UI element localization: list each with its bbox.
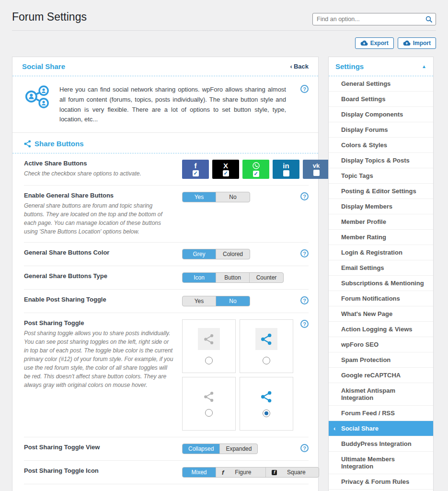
sidebar-item[interactable]: ‹ Board Settings	[329, 92, 433, 107]
sidebar-item[interactable]: ‹ Login & Registration	[329, 245, 433, 260]
sidebar-item[interactable]: ‹ Display Members	[329, 199, 433, 214]
share-icon-grey	[204, 334, 214, 345]
sidebar-item[interactable]: ‹ Display Topics & Posts	[329, 153, 433, 168]
toggle-option-button[interactable]: Button	[216, 273, 250, 282]
social-share-button[interactable]: f	[182, 160, 209, 179]
toggle-option-mixed[interactable]: Mixed	[183, 468, 216, 477]
header-divider	[12, 30, 436, 31]
facebook-square-icon: f	[272, 470, 277, 475]
help-icon[interactable]	[300, 249, 309, 257]
toggle-option-square[interactable]: fSquare	[266, 468, 319, 477]
social-buttons-group: f X	[182, 160, 330, 179]
search-input[interactable]	[317, 16, 425, 23]
social-activate-checkbox[interactable]	[193, 170, 199, 176]
import-button[interactable]: Import	[398, 37, 436, 49]
back-link[interactable]: ‹Back	[290, 63, 309, 70]
option-search-box[interactable]	[312, 13, 436, 25]
sidebar-item[interactable]: ‹ Social Share	[329, 421, 433, 436]
row-general-share-buttons-type: General Share Buttons Type Icon Button C…	[24, 266, 309, 290]
toggle-style-option-grey-plain[interactable]	[182, 377, 236, 431]
toggle-style-radio[interactable]	[205, 409, 213, 417]
social-share-button[interactable]: X	[212, 160, 239, 179]
row-post-sharing-toggle: Post Sharing Toggle Post sharing toggle …	[24, 313, 309, 437]
help-icon[interactable]	[300, 192, 309, 200]
content-area: Social Share ‹Back Here you can find soc…	[0, 49, 448, 491]
sidebar-item[interactable]: ‹ Colors & Styles	[329, 138, 433, 153]
toggle-option-collapsed[interactable]: Collapsed	[183, 444, 220, 454]
toggle-style-option-blue-boxed[interactable]	[240, 319, 293, 373]
toggle-option-counter[interactable]: Counter	[250, 273, 283, 282]
help-icon[interactable]	[300, 85, 309, 93]
sidebar-item[interactable]: ‹ Forum Feed / RSS	[329, 406, 433, 421]
social-share-button[interactable]: in	[273, 160, 299, 179]
social-activate-checkbox[interactable]	[283, 170, 289, 176]
social-activate-checkbox[interactable]	[223, 170, 229, 176]
toggle-option-icon[interactable]: Icon	[183, 273, 216, 282]
social-activate-checkbox[interactable]	[253, 171, 259, 177]
export-label: Export	[370, 40, 389, 47]
cloud-download-icon	[360, 40, 368, 46]
sidebar-item[interactable]: ‹ BuddyPress Integration	[329, 436, 433, 452]
toggle-option-no[interactable]: No	[216, 192, 250, 202]
help-icon[interactable]	[300, 296, 309, 304]
sidebar-item[interactable]: ‹ Subscriptions & Mentioning	[329, 276, 433, 291]
sidebar-item[interactable]: ‹ Member Rating	[329, 230, 433, 245]
social-logo-icon: X	[223, 162, 228, 169]
toggle-option-yes[interactable]: Yes	[183, 296, 216, 306]
social-activate-checkbox[interactable]	[313, 170, 320, 176]
chevron-left-icon: ‹	[290, 63, 292, 70]
row-post-sharing-toggle-icon: Post Sharing Toggle Icon Mixed fFigure f…	[24, 461, 309, 484]
toggle-option-no[interactable]: No	[216, 296, 250, 306]
row-description: Post sharing toggle allows you to share …	[24, 329, 173, 389]
export-import-row: Export Import	[0, 31, 448, 49]
toggle-option-figure[interactable]: fFigure	[216, 468, 266, 477]
social-logo-icon: in	[283, 162, 289, 169]
row-description: General share buttons are forum and topi…	[24, 201, 173, 236]
sidebar-header: Settings ▲	[329, 57, 433, 76]
row-title: Post Sharing Toggle View	[24, 444, 173, 451]
search-icon[interactable]	[425, 15, 433, 23]
help-icon[interactable]	[300, 320, 309, 328]
sidebar-item[interactable]: ‹ Posting & Editor Settings	[329, 184, 433, 199]
sidebar-item[interactable]: ‹ Email Settings	[329, 260, 433, 276]
sidebar-item[interactable]: ‹ Forum Notifications	[329, 291, 433, 306]
toggle-style-radio[interactable]	[263, 357, 270, 364]
sidebar-item[interactable]: ‹ Display Forums	[329, 122, 433, 138]
row-title: Enable General Share Buttons	[24, 192, 173, 199]
social-network-users-icon	[24, 85, 52, 125]
row-title: General Share Buttons Type	[24, 272, 173, 280]
settings-sidebar: Settings ▲ ‹ General Settings ‹ Board Se…	[328, 57, 434, 491]
toggle-option-yes[interactable]: Yes	[183, 192, 216, 202]
sidebar-item[interactable]: ‹ Akismet Antispam Integration	[329, 383, 433, 406]
toggle-style-radio[interactable]	[263, 409, 270, 417]
toggle-style-radio[interactable]	[205, 357, 213, 364]
toggle-style-option-blue-plain[interactable]	[240, 377, 293, 431]
toggle-style-grid	[182, 319, 293, 431]
sidebar-item[interactable]: ‹ Topic Tags	[329, 168, 433, 184]
toggle-option-colored[interactable]: Colored	[216, 249, 250, 259]
toggle-option-expanded[interactable]: Expanded	[220, 444, 257, 454]
intro-block: Here you can find social network sharing…	[12, 76, 318, 133]
sidebar-item[interactable]: ‹ What's New Page	[329, 306, 433, 322]
row-title: General Share Buttons Color	[24, 249, 173, 256]
sidebar-item[interactable]: ‹ Member Profile	[329, 214, 433, 230]
toggle-option-grey[interactable]: Grey	[183, 249, 216, 259]
buttons-type-toggle: Icon Button Counter	[182, 272, 284, 283]
sidebar-item[interactable]: ‹ Privacy & Forum Rules	[329, 474, 433, 490]
admin-header: Forum Settings	[0, 0, 448, 31]
sidebar-item[interactable]: ‹ Action Logging & Views	[329, 322, 433, 337]
sidebar-item[interactable]: ‹ General Settings	[329, 76, 433, 92]
social-share-button[interactable]	[242, 160, 269, 179]
export-button[interactable]: Export	[355, 37, 394, 49]
share-icon-blue	[261, 391, 272, 403]
sidebar-item[interactable]: ‹ wpForo SEO	[329, 337, 433, 352]
sidebar-item[interactable]: ‹ Spam Protection	[329, 352, 433, 368]
toggle-style-option-grey-boxed[interactable]	[182, 319, 236, 373]
sidebar-item[interactable]: ‹ Google reCAPTCHA	[329, 368, 433, 383]
buttons-color-toggle: Grey Colored	[182, 249, 250, 259]
help-icon[interactable]	[300, 444, 309, 452]
social-share-button[interactable]: vk	[303, 160, 330, 179]
sidebar-item[interactable]: ‹ Ultimate Members Integration	[329, 452, 433, 474]
collapse-triangle-icon[interactable]: ▲	[422, 64, 426, 69]
sidebar-item[interactable]: ‹ Display Components	[329, 107, 433, 122]
